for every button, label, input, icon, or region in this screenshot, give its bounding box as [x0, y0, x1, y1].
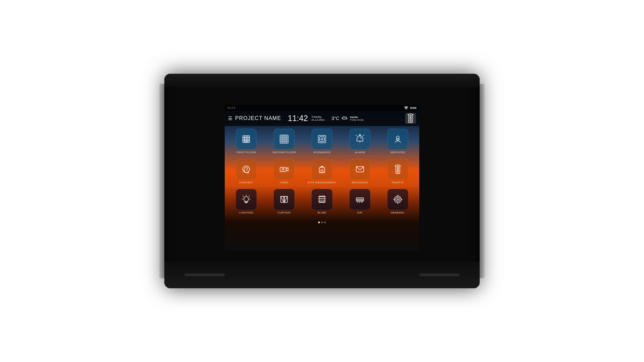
- svg-line-28: [356, 135, 357, 136]
- svg-line-54: [281, 196, 284, 202]
- svg-line-48: [249, 196, 250, 196]
- svg-rect-32: [396, 139, 399, 140]
- temperature-label: 3°C: [331, 116, 339, 121]
- second-floor-item[interactable]: SECOND FLOOR: [268, 129, 300, 154]
- svg-point-35: [282, 168, 284, 170]
- messages-label: MESSAGES: [352, 181, 368, 184]
- alarm-label: ALARM: [355, 151, 365, 154]
- time-display: 11:42: [288, 114, 308, 123]
- page-dot-1[interactable]: [318, 222, 320, 223]
- device-frame: V1.2.3 KNX ☰ PROJECT NAME 11:42 Tuesd: [164, 74, 480, 288]
- site-management-icon-box: [312, 159, 332, 180]
- blind-label: BLIND: [318, 211, 326, 214]
- city-label: Kartal: [350, 116, 364, 119]
- curtain-label: CURTAIN: [278, 211, 290, 214]
- svg-point-70: [397, 199, 398, 200]
- svg-line-47: [243, 196, 244, 196]
- scenarios-item[interactable]: SCENARIOS: [306, 129, 338, 154]
- date-display: Tuesday 21.12.2021: [311, 115, 325, 121]
- shadow-right: [478, 84, 485, 278]
- contact-label: CONTACT: [239, 181, 254, 184]
- traffic-light-header-icon[interactable]: [405, 113, 416, 124]
- traffic-icon-box: [387, 159, 408, 180]
- weather-display: 3°C Kartal Partly cloudy: [331, 116, 364, 121]
- bottom-handle-left: [184, 274, 225, 276]
- status-icons: KNX: [404, 106, 417, 110]
- page-dot-3[interactable]: [324, 222, 326, 223]
- traffic-label: TRAFFIC: [391, 181, 404, 184]
- messages-icon-box: [350, 159, 370, 180]
- svg-rect-36: [321, 170, 323, 173]
- weather-info: Kartal Partly cloudy: [350, 116, 364, 121]
- scenarios-label: SCENARIOS: [313, 151, 331, 154]
- project-name: PROJECT NAME: [235, 115, 281, 121]
- services-item[interactable]: SERVICES: [382, 129, 414, 154]
- general-icon-box: [387, 189, 408, 210]
- second-floor-icon-box: [274, 129, 294, 149]
- page-dot-2[interactable]: [321, 222, 323, 223]
- second-floor-label: SECOND FLOOR: [272, 151, 296, 154]
- day-label: Tuesday: [311, 115, 325, 118]
- device-top-bar: [164, 74, 480, 87]
- lighting-item[interactable]: LIGHTING: [230, 189, 262, 214]
- services-icon-box: [387, 129, 408, 149]
- svg-point-27: [359, 134, 361, 136]
- svg-point-68: [394, 196, 401, 203]
- lighting-icon-box: [236, 189, 257, 210]
- air-label: AIR: [357, 211, 362, 214]
- lighting-label: LIGHTING: [239, 211, 254, 214]
- svg-line-29: [363, 135, 364, 136]
- date-label: 21.12.2021: [311, 118, 325, 121]
- general-item[interactable]: GENERAL: [382, 189, 414, 214]
- menu-row-1: FIRST FLOOR SECOND: [225, 126, 419, 154]
- traffic-item[interactable]: TRAFFIC: [382, 159, 414, 184]
- curtain-item[interactable]: CURTAIN: [268, 189, 300, 214]
- alarm-item[interactable]: ALARM: [344, 129, 376, 154]
- curtain-icon-box: [274, 189, 294, 210]
- menu-row-2: CONTACT CAMS: [225, 156, 419, 184]
- svg-point-39: [397, 166, 398, 168]
- air-item[interactable]: AIR: [344, 189, 376, 214]
- svg-rect-61: [356, 198, 364, 201]
- svg-point-2: [410, 115, 412, 117]
- knx-label: KNX: [410, 106, 417, 110]
- air-icon-box: [350, 189, 370, 210]
- shadow-left: [159, 84, 166, 278]
- device-bottom-bar: [164, 261, 480, 288]
- header-bar: ☰ PROJECT NAME 11:42 Tuesday 21.12.2021 …: [225, 111, 419, 126]
- general-label: GENERAL: [391, 211, 405, 214]
- svg-rect-14: [245, 140, 248, 142]
- contact-icon-box: [236, 159, 257, 180]
- svg-rect-34: [280, 167, 286, 172]
- blind-item[interactable]: BLIND: [306, 189, 338, 214]
- site-management-item[interactable]: SITE MANAGEMENT: [306, 159, 338, 184]
- menu-row-3: LIGHTING CURTAIN: [225, 186, 419, 214]
- svg-point-40: [397, 168, 398, 170]
- scenarios-icon-box: [312, 129, 332, 149]
- bottom-handle-right: [419, 274, 460, 276]
- messages-item[interactable]: MESSAGES: [344, 159, 376, 184]
- alarm-icon-box: [350, 129, 370, 149]
- svg-point-31: [396, 136, 399, 139]
- svg-point-69: [396, 197, 400, 201]
- first-floor-item[interactable]: FIRST FLOOR: [230, 129, 262, 154]
- wifi-icon: [404, 106, 408, 110]
- site-management-label: SITE MANAGEMENT: [308, 181, 336, 184]
- menu-icon[interactable]: ☰: [228, 116, 232, 121]
- svg-point-4: [410, 120, 412, 122]
- svg-point-3: [410, 118, 412, 119]
- condition-label: Partly cloudy: [350, 119, 364, 121]
- svg-point-33: [243, 166, 250, 173]
- contact-item[interactable]: CONTACT: [230, 159, 262, 184]
- cams-item[interactable]: CAMS: [268, 159, 300, 184]
- first-floor-label: FIRST FLOOR: [236, 151, 256, 154]
- svg-rect-60: [319, 196, 325, 202]
- svg-line-55: [284, 196, 287, 202]
- svg-point-0: [406, 109, 406, 109]
- grid-area: FIRST FLOOR SECOND: [225, 126, 419, 251]
- version-label: V1.2.3: [227, 106, 235, 109]
- page-dots: [318, 222, 326, 223]
- cloud-icon: [341, 116, 348, 121]
- blind-icon-box: [312, 189, 332, 210]
- svg-line-30: [360, 137, 361, 138]
